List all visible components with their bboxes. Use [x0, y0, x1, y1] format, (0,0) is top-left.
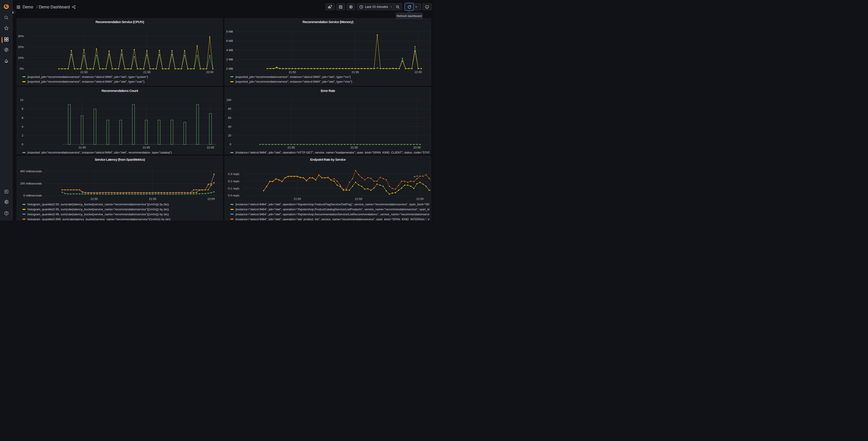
svg-text:0 milliseconds: 0 milliseconds: [23, 194, 42, 197]
svg-text:22:00: 22:00: [416, 197, 424, 200]
svg-text:21:50: 21:50: [80, 70, 88, 74]
svg-text:6: 6: [22, 116, 23, 119]
svg-text:0.1 req/s: 0.1 req/s: [228, 186, 240, 190]
svg-text:22:00: 22:00: [413, 146, 421, 149]
svg-text:22:00: 22:00: [207, 146, 214, 149]
svg-text:21:50: 21:50: [91, 197, 98, 200]
svg-text:0: 0: [22, 143, 23, 146]
svg-text:21:55: 21:55: [149, 197, 156, 200]
svg-text:2 MB: 2 MB: [226, 58, 233, 61]
svg-text:21:55: 21:55: [355, 197, 363, 200]
svg-text:0.2 req/s: 0.2 req/s: [228, 179, 240, 183]
svg-text:200 milliseconds: 200 milliseconds: [20, 182, 42, 185]
svg-text:21:55: 21:55: [143, 146, 150, 149]
svg-text:100: 100: [226, 98, 231, 101]
svg-text:80: 80: [228, 107, 231, 111]
svg-text:0: 0: [230, 143, 231, 146]
svg-text:8: 8: [22, 107, 23, 111]
svg-text:10%: 10%: [18, 56, 24, 60]
svg-text:4: 4: [22, 125, 23, 128]
svg-text:10: 10: [20, 98, 23, 101]
svg-text:30%: 30%: [18, 34, 24, 38]
svg-text:21:50: 21:50: [288, 146, 295, 149]
svg-text:21:50: 21:50: [289, 70, 296, 74]
svg-text:21:55: 21:55: [350, 146, 358, 149]
svg-text:60: 60: [228, 116, 231, 119]
svg-text:21:55: 21:55: [143, 70, 151, 74]
svg-text:21:50: 21:50: [79, 146, 86, 149]
svg-text:6 MB: 6 MB: [226, 39, 233, 42]
svg-text:0 MB: 0 MB: [226, 67, 233, 70]
svg-text:0.0 req/s: 0.0 req/s: [228, 194, 240, 197]
svg-text:22:00: 22:00: [414, 70, 422, 74]
svg-text:22:00: 22:00: [206, 70, 214, 74]
svg-text:2: 2: [22, 134, 23, 137]
svg-text:0.3 req/s: 0.3 req/s: [228, 172, 240, 176]
svg-text:4 MB: 4 MB: [226, 49, 233, 52]
svg-text:8 MB: 8 MB: [226, 30, 233, 33]
svg-text:0%: 0%: [20, 67, 24, 70]
svg-text:20%: 20%: [18, 45, 24, 49]
svg-text:400 milliseconds: 400 milliseconds: [20, 170, 42, 173]
svg-text:22:00: 22:00: [208, 197, 215, 200]
svg-text:21:50: 21:50: [294, 197, 301, 200]
svg-text:20: 20: [228, 134, 231, 137]
svg-text:21:55: 21:55: [352, 70, 359, 74]
svg-text:40: 40: [228, 125, 231, 128]
